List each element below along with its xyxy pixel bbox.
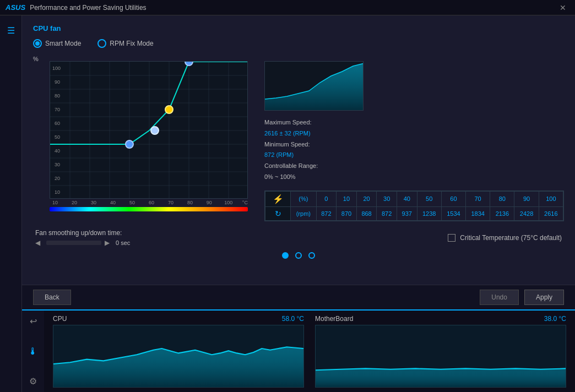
back-button[interactable]: Back bbox=[33, 290, 71, 305]
smoothing-slider[interactable] bbox=[46, 241, 101, 245]
button-row: Back Undo Apply bbox=[22, 285, 575, 309]
pct-90: 90 bbox=[514, 191, 539, 206]
rpm-30: 872 bbox=[377, 206, 397, 220]
pct-10: 10 bbox=[337, 191, 357, 206]
rpm-20: 868 bbox=[356, 206, 377, 220]
curve-point-1[interactable] bbox=[126, 140, 133, 148]
mb-label: MotherBoard bbox=[315, 315, 353, 323]
temperature-color-bar bbox=[50, 207, 248, 211]
bottom-gear-icon[interactable]: ⚙ bbox=[29, 376, 37, 386]
chart-area: % bbox=[33, 56, 253, 221]
btn-right-group: Undo Apply bbox=[480, 290, 564, 305]
smart-mode-option[interactable]: Smart Mode bbox=[33, 39, 81, 48]
cpu-temp-header: CPU 58.0 °C bbox=[53, 315, 304, 323]
pct-0: 0 bbox=[316, 191, 337, 206]
cpu-temp-value: 58.0 °C bbox=[282, 315, 304, 323]
curve-point-3[interactable] bbox=[151, 127, 159, 134]
mb-temp-value: 38.0 °C bbox=[544, 315, 566, 323]
svg-text:40: 40 bbox=[55, 148, 60, 154]
asus-logo: ASUS bbox=[6, 3, 25, 12]
critical-temp-checkbox[interactable] bbox=[448, 234, 455, 242]
pct-20: 20 bbox=[356, 191, 377, 206]
cpu-temp-graph bbox=[53, 325, 304, 388]
svg-text:70: 70 bbox=[55, 107, 60, 112]
max-speed-label: Maximum Speed: bbox=[264, 117, 564, 128]
rpm-0: 872 bbox=[316, 206, 337, 220]
smart-mode-radio[interactable] bbox=[33, 39, 42, 48]
curve-point-4[interactable] bbox=[185, 62, 193, 66]
pagination bbox=[33, 247, 564, 262]
fan-curve-chart[interactable]: 100 90 80 70 60 50 40 30 20 10 bbox=[50, 61, 248, 199]
smoothing-section: Fan smoothing up/down time: ◀ ▶ 0 sec bbox=[35, 229, 130, 247]
smart-mode-label: Smart Mode bbox=[45, 40, 81, 47]
mb-temp-graph bbox=[315, 325, 566, 388]
bottom-temp-icon: 🌡 bbox=[28, 346, 38, 357]
pct-30: 30 bbox=[377, 191, 397, 206]
cpu-temp-monitor: CPU 58.0 °C bbox=[53, 315, 304, 388]
rpm-unit: (rpm) bbox=[291, 206, 316, 220]
speed-chart bbox=[264, 61, 364, 111]
svg-text:100: 100 bbox=[52, 66, 61, 71]
pct-60: 60 bbox=[441, 191, 465, 206]
pct-50: 50 bbox=[417, 191, 441, 206]
page-dot-1[interactable] bbox=[282, 252, 289, 259]
sidebar: ☰ bbox=[0, 15, 22, 392]
range-value: 0% ~ 100% bbox=[264, 172, 564, 183]
svg-text:90: 90 bbox=[55, 79, 60, 85]
rpm-fix-mode-radio[interactable] bbox=[97, 39, 106, 48]
critical-temp-section: Critical Temperature (75°C default) bbox=[448, 234, 562, 242]
rpm-fix-mode-label: RPM Fix Mode bbox=[110, 40, 153, 47]
smoothing-slider-row: ◀ ▶ 0 sec bbox=[35, 239, 130, 247]
close-button[interactable]: ✕ bbox=[556, 2, 569, 13]
bottom-sidebar: ↩ 🌡 ⚙ bbox=[22, 311, 44, 392]
page-dot-3[interactable] bbox=[308, 252, 315, 259]
app-title: Performance and Power Saving Utilities bbox=[30, 4, 146, 12]
rpm-90: 2428 bbox=[514, 206, 539, 220]
min-speed-value: 872 (RPM) bbox=[264, 150, 564, 161]
pct-80: 80 bbox=[490, 191, 514, 206]
svg-marker-31 bbox=[316, 368, 566, 387]
smoothing-value: 0 sec bbox=[116, 239, 130, 246]
chart-info-row: % bbox=[33, 56, 564, 221]
menu-icon[interactable]: ☰ bbox=[7, 21, 15, 40]
bottom-bar: ↩ 🌡 ⚙ CPU 58.0 °C bbox=[22, 309, 575, 392]
rpm-70: 1834 bbox=[466, 206, 490, 220]
svg-text:20: 20 bbox=[55, 176, 60, 181]
title-bar: ASUS Performance and Power Saving Utilit… bbox=[0, 0, 575, 15]
svg-text:80: 80 bbox=[55, 93, 60, 99]
controls-row: Fan smoothing up/down time: ◀ ▶ 0 sec Cr… bbox=[33, 229, 564, 247]
cpu-label: CPU bbox=[53, 315, 67, 323]
apply-button[interactable]: Apply bbox=[524, 290, 564, 305]
rpm-icon: ↻ bbox=[275, 209, 281, 218]
range-label: Controllable Range: bbox=[264, 161, 564, 172]
info-panel: Maximum Speed: 2616 ± 32 (RPM) Minimum S… bbox=[264, 56, 564, 221]
main-panel: CPU fan Smart Mode RPM Fix Mode % bbox=[22, 15, 575, 285]
rpm-100: 2616 bbox=[539, 206, 563, 220]
svg-text:10: 10 bbox=[55, 189, 60, 195]
motherboard-temp-monitor: MotherBoard 38.0 °C bbox=[315, 315, 566, 388]
min-speed-label: Minimum Speed: bbox=[264, 139, 564, 150]
critical-temp-label: Critical Temperature (75°C default) bbox=[460, 234, 562, 242]
page-dot-2[interactable] bbox=[295, 252, 302, 259]
mb-temp-header: MotherBoard 38.0 °C bbox=[315, 315, 566, 323]
curve-point-2[interactable] bbox=[165, 106, 173, 113]
svg-text:50: 50 bbox=[55, 134, 60, 140]
temperature-monitors: CPU 58.0 °C bbox=[44, 311, 575, 392]
chart-y-label: % bbox=[33, 56, 39, 62]
slider-left-arrow[interactable]: ◀ bbox=[35, 239, 43, 247]
percent-icon: ⚡ bbox=[273, 194, 284, 204]
rpm-50: 1238 bbox=[417, 206, 441, 220]
pct-40: 40 bbox=[397, 191, 417, 206]
rpm-fix-mode-option[interactable]: RPM Fix Mode bbox=[97, 39, 153, 48]
rpm-10: 870 bbox=[337, 206, 357, 220]
undo-button[interactable]: Undo bbox=[480, 290, 519, 305]
max-speed-value: 2616 ± 32 (RPM) bbox=[264, 128, 564, 139]
rpm-40: 937 bbox=[397, 206, 417, 220]
bottom-back-icon[interactable]: ↩ bbox=[30, 316, 37, 326]
cpu-fan-label: CPU fan bbox=[33, 24, 564, 32]
rpm-60: 1534 bbox=[441, 206, 465, 220]
smoothing-label: Fan smoothing up/down time: bbox=[35, 229, 130, 237]
svg-text:60: 60 bbox=[55, 121, 60, 126]
pct-100: 100 bbox=[539, 191, 563, 206]
slider-right-arrow[interactable]: ▶ bbox=[105, 239, 112, 247]
